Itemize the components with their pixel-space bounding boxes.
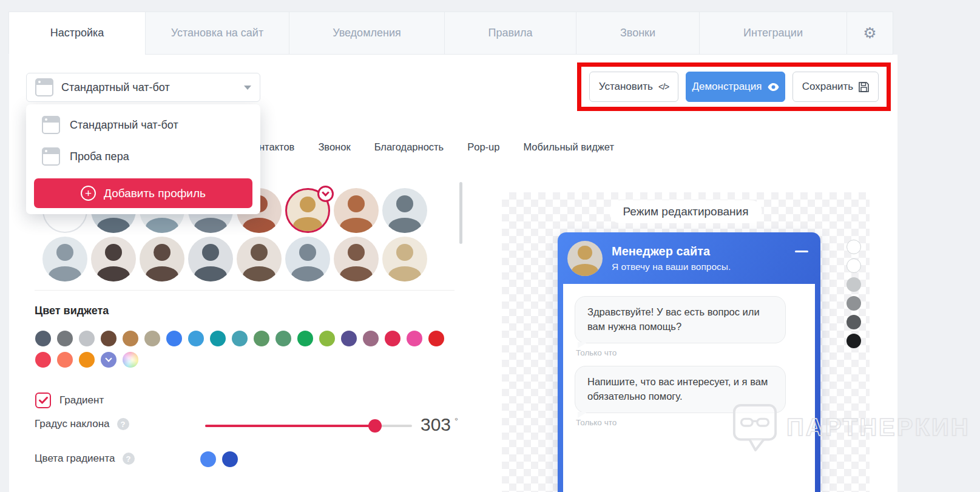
help-icon[interactable]: ? bbox=[123, 453, 135, 465]
widget-window-icon bbox=[42, 116, 60, 134]
minimize-icon[interactable] bbox=[795, 251, 808, 252]
widget-subtabs: нтактовЗвонокБлагодарностьPop-upМобильны… bbox=[259, 141, 614, 153]
subtab-1[interactable]: нтактов bbox=[259, 141, 294, 153]
color-swatch[interactable] bbox=[166, 331, 182, 346]
code-icon: </> bbox=[658, 82, 669, 92]
color-swatch[interactable] bbox=[57, 352, 73, 368]
chat-manager-name: Менеджер сайта bbox=[612, 244, 731, 258]
avatar-option[interactable] bbox=[334, 237, 379, 281]
tab-1[interactable]: Настройка bbox=[8, 12, 146, 55]
gradient-colors-label: Цвета градиента bbox=[35, 453, 115, 465]
widget-color-label: Цвет виджета bbox=[35, 305, 109, 317]
checkmark-icon bbox=[39, 397, 48, 404]
degree-sign: ° bbox=[455, 416, 458, 426]
angle-value: 303° bbox=[421, 414, 458, 435]
demo-button[interactable]: Демонстрация bbox=[686, 72, 785, 102]
chat-widget-preview: Менеджер сайта Я отвечу на ваши вопросы.… bbox=[558, 232, 820, 492]
eye-icon bbox=[768, 83, 779, 91]
custom-color-swatch[interactable] bbox=[123, 352, 138, 368]
color-swatch[interactable] bbox=[428, 331, 444, 346]
slider-handle[interactable] bbox=[368, 419, 382, 433]
color-swatch[interactable] bbox=[79, 352, 95, 368]
profile-dropdown: Стандартный чат-ботПроба пера + Добавить… bbox=[26, 104, 260, 214]
subtab-4[interactable]: Pop-up bbox=[467, 141, 499, 153]
shade-dot[interactable] bbox=[847, 296, 861, 311]
chat-message-bubble: Здравствуйте! У вас есть вопрос или вам … bbox=[575, 296, 786, 343]
angle-slider[interactable] bbox=[205, 423, 412, 428]
avatar-option[interactable] bbox=[91, 237, 136, 281]
chat-header: Менеджер сайта Я отвечу на ваши вопросы. bbox=[558, 232, 820, 284]
shade-dot[interactable] bbox=[847, 240, 861, 254]
avatar-option[interactable] bbox=[188, 237, 233, 281]
color-swatch[interactable] bbox=[363, 331, 379, 346]
save-button[interactable]: Сохранить bbox=[792, 72, 879, 102]
tab-5[interactable]: Звонки bbox=[576, 12, 700, 55]
color-swatch[interactable] bbox=[57, 331, 73, 346]
gear-icon: ⚙ bbox=[863, 24, 876, 42]
avatar-selected[interactable] bbox=[285, 188, 330, 233]
tab-4[interactable]: Правила bbox=[444, 12, 576, 55]
shade-dot[interactable] bbox=[847, 258, 861, 273]
widget-window-icon bbox=[35, 78, 53, 96]
subtab-5[interactable]: Мобильный виджет bbox=[523, 141, 614, 153]
color-swatch[interactable] bbox=[275, 331, 291, 346]
avatar-option[interactable] bbox=[42, 237, 87, 281]
color-swatch[interactable] bbox=[385, 331, 400, 346]
shade-dot[interactable] bbox=[847, 277, 861, 292]
gradient-checkbox[interactable] bbox=[35, 393, 51, 408]
avatar-option[interactable] bbox=[382, 237, 427, 281]
color-swatch[interactable] bbox=[319, 331, 335, 346]
save-floppy-icon bbox=[859, 82, 869, 92]
slider-fill bbox=[205, 425, 375, 427]
profile-option-2[interactable]: Проба пера bbox=[26, 141, 260, 172]
avatar-scrollbar[interactable] bbox=[459, 182, 462, 244]
color-swatch[interactable] bbox=[407, 331, 422, 346]
color-swatch[interactable] bbox=[341, 331, 357, 346]
subtab-3[interactable]: Благодарность bbox=[374, 141, 444, 153]
tab-2[interactable]: Установка на сайт bbox=[145, 12, 289, 55]
subtab-2[interactable]: Звонок bbox=[318, 141, 350, 153]
color-swatch[interactable] bbox=[144, 331, 160, 346]
color-swatch[interactable] bbox=[35, 352, 51, 368]
shade-dot[interactable] bbox=[847, 315, 861, 329]
color-swatch[interactable] bbox=[101, 352, 117, 368]
color-swatch[interactable] bbox=[101, 331, 117, 346]
tab-6[interactable]: Интеграции bbox=[699, 12, 847, 55]
avatar-option[interactable] bbox=[237, 237, 282, 281]
shade-dot[interactable] bbox=[847, 334, 861, 348]
gradient-color-1[interactable] bbox=[200, 451, 216, 467]
color-swatch-row-2 bbox=[35, 352, 138, 368]
avatar-option[interactable] bbox=[382, 188, 427, 233]
plus-icon: + bbox=[81, 186, 96, 201]
message-timestamp: Только что bbox=[576, 348, 803, 357]
angle-label: Градус наклона bbox=[35, 418, 110, 430]
gradient-color-pickers bbox=[200, 451, 238, 467]
preview-mode-title: Режим редактирования bbox=[609, 200, 762, 223]
gradient-color-2[interactable] bbox=[222, 451, 238, 467]
avatar-option[interactable] bbox=[334, 188, 379, 233]
color-swatch[interactable] bbox=[79, 331, 95, 346]
color-swatch[interactable] bbox=[297, 331, 313, 346]
chat-messages-area: Здравствуйте! У вас есть вопрос или вам … bbox=[563, 284, 815, 492]
color-swatch[interactable] bbox=[210, 331, 226, 346]
color-swatch[interactable] bbox=[254, 331, 269, 346]
avatar-option[interactable] bbox=[140, 237, 184, 281]
tab-3[interactable]: Уведомления bbox=[289, 12, 445, 55]
color-swatch[interactable] bbox=[123, 331, 138, 346]
settings-gear-tab[interactable]: ⚙ bbox=[847, 12, 893, 55]
help-icon[interactable]: ? bbox=[117, 418, 129, 430]
profile-select[interactable]: Стандартный чат-бот bbox=[26, 73, 260, 102]
avatar-option[interactable] bbox=[285, 237, 330, 281]
color-swatch[interactable] bbox=[232, 331, 248, 346]
color-swatch[interactable] bbox=[188, 331, 204, 346]
divider bbox=[35, 290, 455, 291]
chat-manager-status: Я отвечу на ваши вопросы. bbox=[612, 261, 731, 272]
profile-option-1[interactable]: Стандартный чат-бот bbox=[26, 109, 260, 141]
profile-select-value: Стандартный чат-бот bbox=[61, 81, 236, 94]
add-profile-button[interactable]: + Добавить профиль bbox=[34, 178, 252, 208]
chat-message-bubble: Напишите, что вас интересует, и я вам об… bbox=[575, 366, 786, 413]
install-button[interactable]: Установить </> bbox=[589, 72, 678, 102]
color-swatch[interactable] bbox=[35, 331, 51, 346]
annotation-highlight-box: Установить </> Демонстрация Сохранить bbox=[577, 62, 891, 111]
widget-window-icon bbox=[42, 147, 60, 166]
